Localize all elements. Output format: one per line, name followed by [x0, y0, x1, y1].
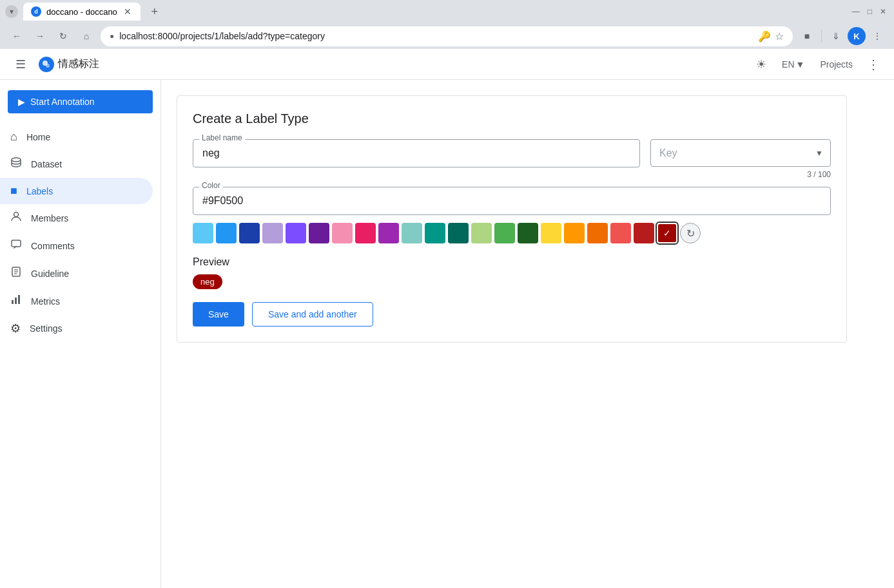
menu-btn[interactable]: ⋮: [868, 27, 886, 45]
color-swatch[interactable]: [471, 223, 492, 243]
start-annotation-label: Start Annotation: [30, 97, 95, 107]
svg-point-1: [46, 64, 50, 68]
tab-title: doccano - doccano: [46, 7, 117, 17]
color-swatch[interactable]: [541, 223, 561, 243]
lang-selector[interactable]: EN ▼: [777, 57, 810, 72]
back-btn[interactable]: ←: [8, 27, 26, 45]
color-swatch[interactable]: [262, 223, 283, 243]
label-name-label: Label name: [199, 133, 245, 142]
profile-btn[interactable]: K: [848, 27, 866, 45]
extensions-btn[interactable]: ■: [798, 27, 816, 45]
main-layout: ▶ Start Annotation ⌂ Home Dataset ■: [0, 80, 894, 588]
app-logo: 情感标注: [39, 57, 99, 72]
tab-favicon: d: [31, 6, 41, 17]
sidebar-item-dataset[interactable]: Dataset: [0, 150, 153, 178]
start-annotation-btn[interactable]: ▶ Start Annotation: [8, 90, 153, 113]
settings-icon: ⚙: [10, 321, 21, 336]
color-swatch[interactable]: [193, 223, 213, 243]
close-window-btn[interactable]: ✕: [880, 7, 886, 16]
svg-rect-9: [12, 300, 14, 304]
secure-icon: ●: [110, 32, 114, 41]
preview-badge: neg: [193, 274, 222, 289]
forward-btn[interactable]: →: [31, 27, 49, 45]
metrics-icon: [10, 294, 22, 308]
color-swatch[interactable]: [448, 223, 469, 243]
svg-rect-10: [15, 298, 17, 304]
key-icon: 🔑: [758, 30, 771, 43]
color-swatch[interactable]: [286, 223, 306, 243]
svg-point-3: [14, 213, 19, 217]
svg-rect-11: [18, 295, 20, 304]
color-field-group: Color: [193, 187, 831, 215]
reload-btn[interactable]: ↻: [54, 27, 72, 45]
url-text: localhost:8000/projects/1/labels/add?typ…: [119, 31, 753, 41]
svg-rect-4: [12, 240, 21, 247]
color-swatch[interactable]: [402, 223, 422, 243]
download-btn[interactable]: ⇓: [827, 27, 845, 45]
color-swatch[interactable]: [564, 223, 585, 243]
refresh-color-btn[interactable]: ↻: [680, 223, 701, 243]
color-swatch[interactable]: [494, 223, 515, 243]
color-swatch[interactable]: [332, 223, 353, 243]
logo-icon: [39, 57, 54, 72]
color-swatch[interactable]: [587, 223, 608, 243]
btn-row: Save Save and add another: [193, 302, 831, 327]
color-swatch[interactable]: [634, 223, 654, 243]
hamburger-btn[interactable]: ☰: [10, 54, 31, 75]
color-swatch[interactable]: [425, 223, 445, 243]
sidebar-item-members[interactable]: Members: [0, 204, 153, 232]
dataset-icon: [10, 156, 22, 171]
char-count: 3 / 100: [193, 170, 831, 179]
preview-title: Preview: [193, 256, 831, 268]
sidebar-item-members-label: Members: [31, 213, 68, 223]
sidebar-item-guideline[interactable]: Guideline: [0, 260, 153, 287]
sidebar-item-metrics-label: Metrics: [31, 296, 60, 307]
color-swatch[interactable]: ✓: [657, 223, 677, 243]
sidebar-item-comments[interactable]: Comments: [0, 232, 153, 260]
guideline-icon: [10, 266, 22, 281]
theme-toggle-btn[interactable]: ☀: [751, 54, 772, 75]
minimize-btn[interactable]: —: [852, 7, 860, 16]
projects-link[interactable]: Projects: [815, 57, 858, 72]
color-swatches: ✓↻: [193, 223, 831, 243]
color-label: Color: [199, 181, 223, 190]
color-swatch[interactable]: [216, 223, 237, 243]
key-select[interactable]: [650, 139, 831, 167]
tab-overflow-btn[interactable]: ▾: [5, 5, 18, 18]
address-bar[interactable]: ● localhost:8000/projects/1/labels/add?t…: [101, 26, 793, 46]
lang-label: EN: [782, 59, 794, 70]
sidebar-item-home[interactable]: ⌂ Home: [0, 124, 153, 150]
sidebar-item-settings[interactable]: ⚙ Settings: [0, 315, 153, 342]
lang-chevron-icon: ▼: [796, 59, 805, 70]
play-icon: ▶: [18, 97, 25, 107]
form-card: Create a Label Type Label name Key: [177, 95, 847, 343]
star-icon[interactable]: ☆: [775, 30, 784, 43]
comments-icon: [10, 238, 22, 253]
color-swatch[interactable]: [309, 223, 329, 243]
save-and-add-button[interactable]: Save and add another: [252, 302, 373, 327]
sidebar-item-settings-label: Settings: [30, 323, 63, 334]
sidebar: ▶ Start Annotation ⌂ Home Dataset ■: [0, 80, 161, 588]
sidebar-item-home-label: Home: [26, 132, 50, 142]
tab-close-btn[interactable]: ✕: [122, 6, 133, 17]
color-swatch[interactable]: [355, 223, 376, 243]
color-swatch[interactable]: [518, 223, 538, 243]
more-options-btn[interactable]: ⋮: [863, 54, 884, 75]
color-swatch[interactable]: [610, 223, 631, 243]
sidebar-item-dataset-label: Dataset: [31, 159, 62, 169]
color-swatch[interactable]: [378, 223, 399, 243]
sidebar-item-metrics[interactable]: Metrics: [0, 287, 153, 315]
sidebar-item-labels[interactable]: ■ Labels: [0, 178, 153, 204]
home-btn[interactable]: ⌂: [77, 27, 95, 45]
browser-tab[interactable]: d doccano - doccano ✕: [23, 3, 141, 21]
refresh-icon: ↻: [686, 227, 695, 240]
new-tab-btn[interactable]: +: [146, 3, 164, 21]
save-button[interactable]: Save: [193, 302, 244, 327]
label-key-row: Label name Key: [193, 139, 831, 167]
home-icon: ⌂: [10, 130, 17, 144]
sidebar-item-comments-label: Comments: [31, 241, 75, 251]
color-swatch[interactable]: [239, 223, 260, 243]
label-name-input[interactable]: [193, 139, 640, 167]
color-input[interactable]: [193, 187, 831, 215]
maximize-btn[interactable]: □: [868, 7, 872, 16]
